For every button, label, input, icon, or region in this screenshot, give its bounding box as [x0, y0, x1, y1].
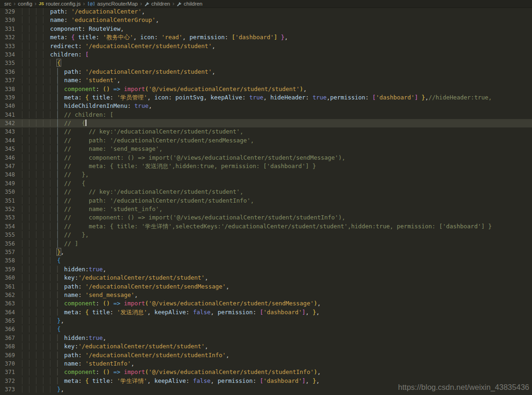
- code-line-352[interactable]: 352 // name: 'student_info',: [0, 205, 532, 213]
- code-line-366[interactable]: 366 {: [0, 325, 532, 333]
- line-number[interactable]: 363: [0, 299, 22, 308]
- line-number[interactable]: 350: [0, 188, 22, 196]
- line-number[interactable]: 359: [0, 265, 22, 274]
- line-number[interactable]: 358: [0, 256, 22, 265]
- code-line-348[interactable]: 348 // },: [0, 170, 532, 179]
- line-number[interactable]: 343: [0, 127, 22, 136]
- code-line-354[interactable]: 354 // meta: { title: '学生详情',selectedKey…: [0, 222, 532, 231]
- line-number[interactable]: 357: [0, 248, 22, 256]
- code-line-342[interactable]: 342 // {: [0, 119, 532, 127]
- line-number[interactable]: 334: [0, 50, 22, 59]
- code-line-370[interactable]: 370 name: 'studentInfo',: [0, 360, 532, 368]
- breadcrumb-item-src[interactable]: src: [4, 0, 12, 8]
- line-number[interactable]: 341: [0, 111, 22, 119]
- line-number[interactable]: 346: [0, 154, 22, 162]
- code-line-339[interactable]: 339 meta: { title: '学员管理', icon: pointSv…: [0, 93, 532, 102]
- code-line-338[interactable]: 338 component: () => import('@/views/edu…: [0, 85, 532, 93]
- code-line-360[interactable]: 360 key:'/educationalCenter/student/stud…: [0, 274, 532, 282]
- line-number[interactable]: 371: [0, 368, 22, 376]
- line-number[interactable]: 344: [0, 136, 22, 145]
- code-line-345[interactable]: 345 // name: 'send_message',: [0, 145, 532, 153]
- code-line-373[interactable]: 373 },: [0, 385, 532, 394]
- line-number[interactable]: 366: [0, 325, 22, 333]
- code-line-335[interactable]: 335 {: [0, 59, 532, 67]
- breadcrumb-item-children[interactable]: children: [144, 0, 170, 8]
- code-line-353[interactable]: 353 // component: () => import('@/views/…: [0, 213, 532, 222]
- code-line-355[interactable]: 355 // },: [0, 231, 532, 239]
- line-number[interactable]: 365: [0, 317, 22, 325]
- code-line-362[interactable]: 362 name: 'send_message',: [0, 291, 532, 299]
- code-line-333[interactable]: 333 redirect: '/educationalCenter/studen…: [0, 42, 532, 50]
- line-number[interactable]: 364: [0, 308, 22, 317]
- line-number[interactable]: 348: [0, 170, 22, 179]
- line-number[interactable]: 340: [0, 102, 22, 110]
- code-line-357[interactable]: 357 },: [0, 248, 532, 256]
- code-token: [22, 274, 64, 281]
- code-line-341[interactable]: 341 // children: [: [0, 111, 532, 119]
- breadcrumb-item-router-config-js[interactable]: JSrouter.config.js: [38, 0, 81, 8]
- breadcrumb-item-asyncroutermap[interactable]: [@]asyncRouterMap: [87, 0, 138, 8]
- code-line-368[interactable]: 368 key:'/educationalCenter/student/stud…: [0, 342, 532, 351]
- code-line-351[interactable]: 351 // path: '/educationalCenter/student…: [0, 197, 532, 205]
- line-number[interactable]: 368: [0, 342, 22, 351]
- code-line-359[interactable]: 359 hidden:true,: [0, 265, 532, 274]
- line-number[interactable]: 360: [0, 274, 22, 282]
- code-line-349[interactable]: 349 // {: [0, 179, 532, 188]
- breadcrumb-item-config[interactable]: config: [17, 0, 33, 8]
- code-line-332[interactable]: 332 meta: { title: '教务中心', icon: 'read',…: [0, 33, 532, 42]
- line-number[interactable]: 333: [0, 42, 22, 50]
- code-line-367[interactable]: 367 hidden:true,: [0, 334, 532, 342]
- line-number[interactable]: 355: [0, 231, 22, 239]
- line-number[interactable]: 345: [0, 145, 22, 153]
- code-line-344[interactable]: 344 // path: '/educationalCenter/student…: [0, 136, 532, 145]
- code-line-358[interactable]: 358 {: [0, 256, 532, 265]
- line-number[interactable]: 349: [0, 179, 22, 188]
- line-number[interactable]: 356: [0, 240, 22, 248]
- code-token: '教务中心': [103, 34, 133, 41]
- line-number[interactable]: 335: [0, 59, 22, 67]
- line-number[interactable]: 336: [0, 68, 22, 76]
- code-line-364[interactable]: 364 meta: { title: '发送消息', keepAlive: fa…: [0, 308, 532, 317]
- code-line-329[interactable]: 329 path: '/educationalCenter',: [0, 7, 532, 16]
- line-number[interactable]: 351: [0, 197, 22, 205]
- line-number[interactable]: 361: [0, 282, 22, 291]
- code-line-372[interactable]: 372 meta: { title: '学生详情', keepAlive: fa…: [0, 377, 532, 385]
- editor-pane[interactable]: 329 path: '/educationalCenter',330 name:…: [0, 7, 532, 395]
- line-number[interactable]: 331: [0, 25, 22, 33]
- line-number[interactable]: 330: [0, 16, 22, 24]
- code-line-336[interactable]: 336 path: '/educationalCenter/student/st…: [0, 68, 532, 76]
- breadcrumb-item-children[interactable]: children: [176, 0, 203, 8]
- code-line-331[interactable]: 331 component: RouteView,: [0, 25, 532, 33]
- code-line-365[interactable]: 365 },: [0, 317, 532, 325]
- line-number[interactable]: 370: [0, 360, 22, 368]
- code-token: :: [78, 360, 85, 367]
- line-number[interactable]: 353: [0, 213, 22, 222]
- line-number[interactable]: 347: [0, 162, 22, 170]
- line-number[interactable]: 332: [0, 33, 22, 42]
- line-number[interactable]: 339: [0, 93, 22, 102]
- line-number[interactable]: 373: [0, 385, 22, 394]
- code-line-334[interactable]: 334 children: [: [0, 50, 532, 59]
- line-number[interactable]: 342: [0, 119, 22, 127]
- line-number[interactable]: 362: [0, 291, 22, 299]
- code-line-330[interactable]: 330 name: 'educationalCenterGroup',: [0, 16, 532, 24]
- code-line-371[interactable]: 371 component: () => import('@/views/edu…: [0, 368, 532, 376]
- code-line-337[interactable]: 337 name: 'student',: [0, 76, 532, 85]
- code-line-347[interactable]: 347 // meta: { title: '发送消息',hidden:true…: [0, 162, 532, 170]
- code-line-356[interactable]: 356 // ]: [0, 240, 532, 248]
- code-line-363[interactable]: 363 component: () => import('@/views/edu…: [0, 299, 532, 308]
- code-line-350[interactable]: 350 // // key:'/educationalCenter/studen…: [0, 188, 532, 196]
- line-number[interactable]: 354: [0, 222, 22, 231]
- line-number[interactable]: 337: [0, 76, 22, 85]
- code-line-369[interactable]: 369 path: '/educationalCenter/student/st…: [0, 351, 532, 360]
- line-number[interactable]: 329: [0, 7, 22, 16]
- line-number[interactable]: 338: [0, 85, 22, 93]
- line-number[interactable]: 367: [0, 334, 22, 342]
- code-line-343[interactable]: 343 // // key:'/educationalCenter/studen…: [0, 127, 532, 136]
- code-line-340[interactable]: 340 hideChildrenInMenu: true,: [0, 102, 532, 110]
- code-line-346[interactable]: 346 // component: () => import('@/views/…: [0, 154, 532, 162]
- line-number[interactable]: 369: [0, 351, 22, 360]
- line-number[interactable]: 372: [0, 377, 22, 385]
- line-number[interactable]: 352: [0, 205, 22, 213]
- code-line-361[interactable]: 361 path: '/educationalCenter/student/se…: [0, 282, 532, 291]
